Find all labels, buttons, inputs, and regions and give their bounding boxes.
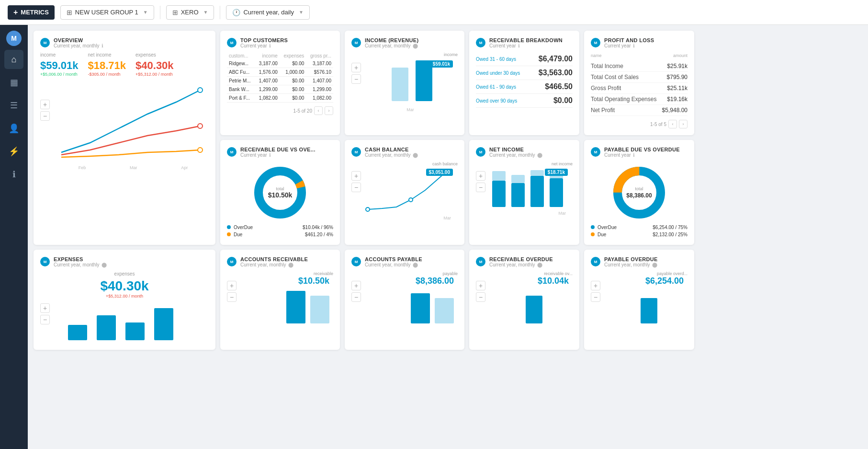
svg-rect-24	[286, 291, 305, 323]
svg-rect-20	[68, 325, 87, 340]
ni-dot: M	[476, 147, 485, 157]
sidebar-item-dashboard[interactable]: ▦	[4, 73, 23, 92]
overview-subtitle: Current year, monthly ℹ	[54, 43, 103, 48]
nav-divider	[160, 6, 160, 19]
ro-value: $10.04k	[476, 276, 569, 286]
po-header: M PAYABLE OVERDUE Current year, monthly …	[591, 256, 688, 267]
income-info-icon: ⬤	[413, 43, 418, 48]
ni-zoom-out[interactable]: −	[476, 183, 485, 192]
donut-total-label: total	[276, 186, 284, 191]
rb-amount: $6,479.00	[539, 55, 573, 63]
exp-zoom: + −	[40, 303, 50, 324]
ro-zoom-in[interactable]: +	[476, 281, 485, 290]
accounts-payable-card: M ACCOUNTS PAYABLE Current year, monthly…	[345, 250, 464, 350]
income-x-label: Mar	[363, 107, 458, 112]
ni-info-icon: ⬤	[537, 152, 542, 158]
customer-gross: 1,299.00	[306, 85, 333, 94]
po-chart: + − $6,254.00	[591, 276, 688, 326]
ro-zoom-out[interactable]: −	[476, 292, 485, 302]
sidebar-item-lightning[interactable]: ⚡	[4, 142, 23, 161]
ni-x-label: Mar	[476, 211, 566, 216]
rb-subtitle: Current year ℹ	[489, 43, 563, 48]
exp-zoom-in[interactable]: +	[40, 303, 50, 313]
ar-zoom-out[interactable]: −	[227, 292, 237, 302]
next-page-button[interactable]: ›	[325, 106, 333, 115]
table-row[interactable]: Petrie M... 1,407.00 $0.00 1,407.00	[227, 77, 333, 85]
xero-selector[interactable]: ⊞ XERO ▼	[166, 5, 214, 20]
pl-next-button[interactable]: ›	[679, 120, 688, 128]
donut-total-value: $10.50k	[268, 191, 293, 199]
exp-zoom-out[interactable]: −	[40, 315, 50, 324]
profit-loss-card: M PROFIT AND LOSS Current year ℹ name am…	[584, 31, 694, 135]
cb-zoom-in[interactable]: +	[351, 171, 361, 181]
customer-name: Bank W...	[227, 85, 255, 94]
overview-dot: M	[40, 38, 50, 47]
income-zoom-in[interactable]: +	[351, 63, 361, 72]
main-content: M OVERVIEW Current year, monthly ℹ incom…	[28, 25, 868, 356]
period-selector[interactable]: 🕐 Current year, daily ▼	[226, 5, 309, 20]
ap-zoom-out[interactable]: −	[351, 292, 361, 302]
exp-sub: +$5,312.00 / month	[40, 294, 209, 299]
ap-title: ACCOUNTS PAYABLE	[365, 256, 422, 262]
income-zoom-out[interactable]: −	[351, 74, 361, 84]
ar-chart: + − $10.50k	[227, 276, 333, 326]
sidebar-item-info[interactable]: ℹ	[4, 165, 23, 184]
sidebar-item-home[interactable]: ⌂	[4, 50, 23, 69]
sidebar-item-user[interactable]: 👤	[4, 119, 23, 138]
avatar[interactable]: M	[6, 31, 22, 46]
ap-dot: M	[351, 257, 361, 266]
table-row[interactable]: Port & F... 1,082.00 $0.00 1,082.00	[227, 94, 333, 103]
rdv-info-icon: ℹ	[269, 152, 271, 158]
rb-row[interactable]: Owed over 90 days $0.00	[476, 94, 573, 108]
exp-header: M EXPENSES Current year, monthly ⬤	[40, 256, 209, 267]
pdv-info-icon: ℹ	[633, 152, 635, 158]
pl-prev-button[interactable]: ‹	[668, 120, 677, 128]
prev-page-button[interactable]: ‹	[314, 106, 323, 115]
income-chart: $59.01k + − Mar	[351, 58, 458, 111]
cb-zoom-out[interactable]: −	[351, 183, 361, 192]
zoom-out-button[interactable]: −	[40, 111, 50, 121]
info-icon: ℹ	[101, 43, 103, 48]
svg-point-8	[366, 207, 370, 211]
rb-label: Owed under 30 days	[476, 70, 520, 76]
pl-col-name: name	[591, 53, 602, 58]
rb-label: Owed 31 - 60 days	[476, 57, 516, 62]
ap-zoom-in[interactable]: +	[351, 281, 361, 290]
customer-income: 3,187.00	[255, 59, 280, 68]
pl-row: Gross Profit $25.11k	[591, 83, 688, 94]
ni-zoom-in[interactable]: +	[476, 171, 485, 181]
ap-info-icon: ⬤	[413, 262, 418, 267]
receivable-overdue-card: M RECEIVABLE OVERDUE Current year, month…	[469, 250, 579, 350]
ni-subtitle: Current year, monthly ⬤	[489, 152, 542, 158]
rb-amount: $3,563.00	[539, 69, 573, 77]
add-metrics-button[interactable]: + METRICS	[8, 5, 55, 20]
svg-rect-16	[550, 178, 563, 207]
income-revenue-card: M INCOME (REVENUE) Current year, monthly…	[345, 31, 464, 135]
cb-value-badge: $3,051.00	[426, 169, 453, 176]
sidebar-item-list[interactable]: ☰	[4, 96, 23, 115]
income-value-badge: $59.01k	[430, 60, 453, 68]
table-row[interactable]: Ridgew... 3,187.00 $0.00 3,187.00	[227, 59, 333, 68]
pdv-due-dot	[591, 232, 595, 236]
top-customers-info-icon: ℹ	[269, 43, 271, 48]
table-row[interactable]: Bank W... 1,299.00 $0.00 1,299.00	[227, 85, 333, 94]
customer-name: Petrie M...	[227, 77, 255, 85]
rb-row[interactable]: Owed under 30 days $3,563.00	[476, 66, 573, 80]
table-row[interactable]: ABC Fu... 1,576.00 1,000.00 $576.10	[227, 68, 333, 77]
pl-title: PROFIT AND LOSS	[604, 37, 654, 43]
group-selector[interactable]: ⊞ NEW USER GROUP 1 ▼	[60, 5, 154, 20]
rdv-header: M RECEIVABLE DUE VS OVE... Current year …	[227, 147, 333, 158]
ar-zoom-in[interactable]: +	[227, 281, 237, 290]
po-zoom-out[interactable]: −	[591, 292, 600, 302]
rb-header: M RECEIVABLE BREAKDOWN Current year ℹ	[476, 37, 573, 48]
rdv-due-legend: Due $461.20 / 4%	[227, 231, 333, 238]
col-income: income	[255, 52, 280, 59]
group-label: NEW USER GROUP 1	[75, 9, 138, 16]
rb-row[interactable]: Owed 61 - 90 days $466.50	[476, 80, 573, 94]
pdv-subtitle: Current year ℹ	[604, 152, 680, 158]
svg-point-2	[198, 148, 203, 152]
pl-row-amount: $25.11k	[667, 85, 688, 92]
po-zoom-in[interactable]: +	[591, 281, 600, 290]
rb-row[interactable]: Owed 31 - 60 days $6,479.00	[476, 52, 573, 66]
zoom-in-button[interactable]: +	[40, 100, 50, 109]
